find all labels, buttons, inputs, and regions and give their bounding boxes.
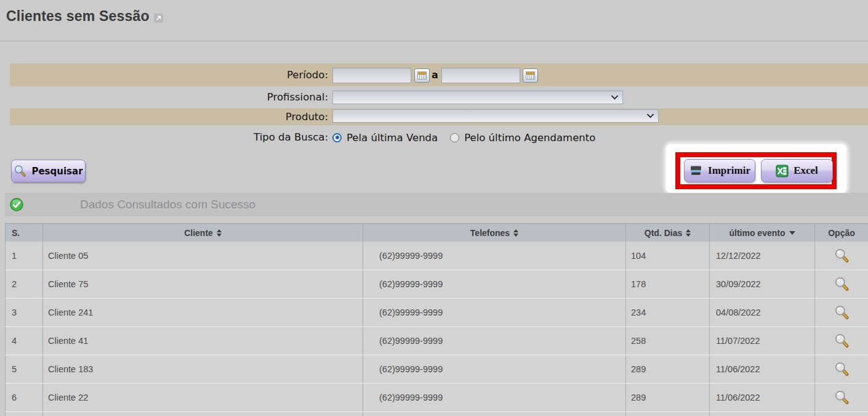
printer-icon	[689, 165, 703, 176]
row-telefone: (62)99999-9999	[363, 299, 626, 327]
status-bar: Dados Consultados com Sucesso	[5, 193, 868, 216]
row-qtd-dias: 258	[626, 327, 710, 356]
row-qtd-dias: 289	[626, 384, 710, 412]
row-opcao-cell	[815, 299, 868, 327]
row-index: 2	[5, 271, 43, 299]
table-row: 6Cliente 22(62)99999-999928911/06/2022	[5, 384, 868, 412]
header-qtd-dias[interactable]: Qtd. Dias	[626, 224, 710, 242]
row-qtd-dias: 289	[626, 356, 710, 384]
row-ultimo-evento: 11/06/2022	[710, 384, 815, 412]
imprimir-label: Imprimir	[708, 165, 750, 177]
radio-label-pelo-ultimo-agendamento[interactable]: Pelo último Agendamento	[464, 132, 595, 144]
row-cliente: Cliente 22	[43, 384, 363, 412]
magnifier-icon	[834, 276, 850, 293]
header-label: Telefones	[470, 228, 510, 238]
periodo-separator: a	[432, 63, 438, 86]
sort-icon	[217, 229, 222, 237]
excel-button[interactable]: Excel	[761, 159, 833, 182]
row-index: 4	[5, 327, 43, 356]
excel-icon	[776, 165, 789, 177]
table-row: 2Cliente 75(62)99999-999917830/09/2022	[5, 271, 868, 299]
empty-cell	[43, 412, 363, 416]
sort-icon	[686, 229, 691, 237]
header-label: último evento	[729, 228, 785, 238]
header-label: Qtd. Dias	[645, 228, 682, 238]
row-qtd-dias: 178	[626, 271, 710, 299]
periodo-from-input[interactable]	[332, 68, 411, 83]
periodo-from-calendar-button[interactable]	[414, 68, 430, 83]
view-details-button[interactable]	[834, 248, 850, 264]
header-label: Cliente	[184, 228, 213, 238]
excel-label: Excel	[794, 165, 818, 177]
header-label: S.	[12, 228, 20, 238]
radio-label-pela-ultima-venda[interactable]: Pela última Venda	[347, 132, 438, 144]
pesquisar-button[interactable]: Pesquisar	[11, 160, 86, 182]
row-ultimo-evento: 30/09/2022	[710, 271, 815, 299]
page-title: Clientes sem Sessão	[6, 8, 150, 25]
row-ultimo-evento: 11/06/2022	[710, 356, 815, 384]
magnifier-icon	[834, 333, 850, 349]
magnifier-icon	[834, 304, 850, 321]
view-details-button[interactable]	[834, 389, 850, 406]
row-opcao-cell	[815, 271, 868, 299]
row-index: 5	[5, 356, 43, 384]
header-telefones[interactable]: Telefones	[363, 224, 626, 242]
calendar-icon	[417, 71, 427, 80]
view-details-button[interactable]	[834, 361, 850, 378]
table-row: 3Cliente 241(62)99999-999923404/08/2022	[5, 299, 868, 327]
table-row: 5Cliente 183(62)99999-999928911/06/2022	[5, 356, 868, 384]
magnifier-icon	[834, 248, 850, 264]
row-cliente: Cliente 75	[43, 271, 363, 299]
row-index: 6	[5, 384, 43, 412]
chevron-down-icon	[646, 113, 654, 118]
external-link-icon[interactable]	[154, 14, 163, 23]
calendar-icon	[526, 71, 535, 80]
status-message: Dados Consultados com Sucesso	[80, 193, 255, 216]
periodo-to-input[interactable]	[441, 68, 520, 83]
view-details-button[interactable]	[834, 276, 850, 293]
page: { "page": { "title": "Clientes sem Sessã…	[0, 0, 868, 416]
empty-cell	[815, 412, 868, 416]
header-cliente[interactable]: Cliente	[43, 224, 363, 242]
row-cliente: Cliente 183	[43, 356, 363, 384]
periodo-to-calendar-button[interactable]	[523, 68, 538, 83]
row-opcao-cell	[815, 356, 868, 384]
view-details-button[interactable]	[834, 304, 850, 321]
header-ultimo-evento[interactable]: último evento	[710, 224, 815, 242]
pesquisar-label: Pesquisar	[31, 166, 82, 177]
table-row-partial	[5, 412, 868, 416]
radio-pelo-ultimo-agendamento[interactable]	[450, 133, 459, 142]
empty-cell	[363, 412, 626, 416]
results-table: S. Cliente Telefones Qtd. Dias último ev…	[5, 223, 868, 416]
success-check-icon	[10, 198, 23, 211]
table-body: 1Cliente 05(62)99999-999910412/12/2022 2…	[5, 242, 868, 416]
periodo-label: Período:	[0, 63, 328, 86]
header-opcao: Opção	[815, 224, 868, 242]
tipo-busca-label: Tipo da Busca:	[0, 125, 328, 150]
title-bar: Clientes sem Sessão	[0, 0, 868, 41]
search-icon	[14, 165, 26, 177]
row-cliente: Cliente 41	[43, 327, 363, 356]
imprimir-button[interactable]: Imprimir	[684, 159, 755, 182]
table-row: 4Cliente 41(62)99999-999925811/07/2022	[5, 327, 868, 356]
row-index: 1	[5, 242, 43, 271]
produto-label: Produto:	[0, 108, 328, 125]
row-ultimo-evento: 11/07/2022	[710, 327, 815, 356]
row-telefone: (62)99999-9999	[363, 242, 626, 271]
chevron-down-icon	[611, 95, 619, 100]
row-index: 3	[5, 299, 43, 327]
row-opcao-cell	[815, 384, 868, 412]
row-cliente: Cliente 05	[43, 242, 363, 271]
row-qtd-dias: 104	[626, 242, 710, 271]
row-telefone: (62)99999-9999	[363, 384, 626, 412]
tipo-busca-radio-group: Pela última Venda Pelo último Agendament…	[332, 125, 595, 150]
magnifier-icon	[834, 361, 850, 378]
row-telefone: (62)99999-9999	[363, 271, 626, 299]
row-qtd-dias: 234	[626, 299, 710, 327]
table-row: 1Cliente 05(62)99999-999910412/12/2022	[5, 242, 868, 271]
sort-desc-icon	[789, 231, 795, 235]
view-details-button[interactable]	[834, 333, 850, 349]
radio-pela-ultima-venda[interactable]	[332, 133, 342, 142]
profissional-select[interactable]	[332, 91, 623, 104]
produto-select[interactable]	[332, 109, 659, 123]
